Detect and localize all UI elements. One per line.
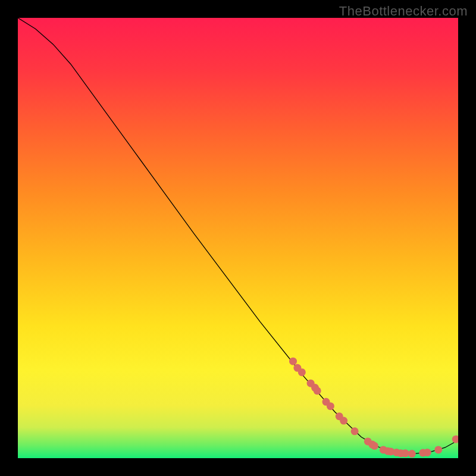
data-point — [289, 358, 297, 365]
gradient-background — [18, 18, 458, 458]
chart-frame: TheBottlenecker.com — [0, 0, 476, 476]
data-point — [327, 402, 334, 410]
data-point — [351, 427, 359, 435]
data-point — [371, 442, 378, 450]
watermark-label: TheBottlenecker.com — [339, 4, 468, 19]
data-point — [402, 449, 409, 457]
chart-svg — [18, 18, 458, 458]
data-point — [298, 368, 306, 376]
data-point — [314, 387, 321, 394]
plot-area — [18, 18, 458, 458]
data-point — [408, 450, 416, 458]
data-point — [434, 446, 442, 453]
data-point — [340, 417, 347, 425]
data-point — [424, 449, 431, 456]
